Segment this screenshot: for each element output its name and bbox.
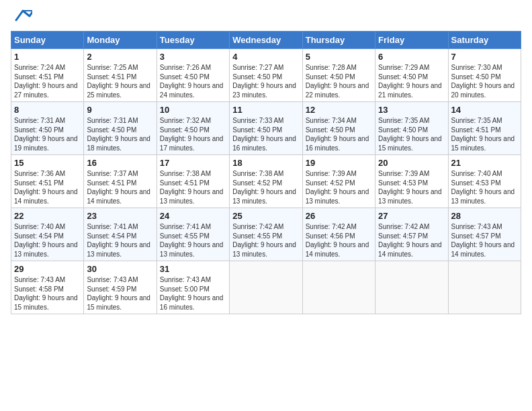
day-header-saturday: Saturday (448, 32, 521, 49)
logo-icon (13, 8, 32, 23)
day-info: Sunrise: 7:42 AMSunset: 4:57 PMDaylight:… (378, 222, 445, 259)
calendar-cell: 23Sunrise: 7:41 AMSunset: 4:54 PMDayligh… (84, 208, 157, 261)
day-info: Sunrise: 7:39 AMSunset: 4:52 PMDaylight:… (306, 169, 372, 205)
calendar-cell: 27Sunrise: 7:42 AMSunset: 4:57 PMDayligh… (375, 208, 448, 261)
day-number: 14 (451, 105, 518, 115)
calendar-cell: 19Sunrise: 7:39 AMSunset: 4:52 PMDayligh… (302, 155, 375, 208)
calendar-week-row: 29Sunrise: 7:43 AMSunset: 4:58 PMDayligh… (11, 261, 521, 314)
logo (11, 11, 32, 23)
calendar-cell: 16Sunrise: 7:37 AMSunset: 4:51 PMDayligh… (84, 155, 157, 208)
calendar-cell: 24Sunrise: 7:41 AMSunset: 4:55 PMDayligh… (157, 208, 229, 261)
calendar-week-row: 1Sunrise: 7:24 AMSunset: 4:51 PMDaylight… (11, 49, 521, 102)
calendar-cell: 13Sunrise: 7:35 AMSunset: 4:50 PMDayligh… (375, 102, 448, 155)
day-number: 2 (87, 52, 153, 62)
day-number: 4 (232, 52, 299, 62)
day-number: 1 (14, 52, 81, 62)
day-info: Sunrise: 7:38 AMSunset: 4:51 PMDaylight:… (160, 169, 226, 205)
day-number: 3 (160, 52, 226, 62)
day-number: 11 (232, 105, 299, 115)
day-number: 16 (87, 158, 153, 168)
calendar-cell: 30Sunrise: 7:43 AMSunset: 4:59 PMDayligh… (84, 261, 157, 314)
calendar-cell: 17Sunrise: 7:38 AMSunset: 4:51 PMDayligh… (157, 155, 229, 208)
day-info: Sunrise: 7:33 AMSunset: 4:50 PMDaylight:… (232, 116, 299, 152)
day-number: 12 (306, 105, 372, 115)
day-header-sunday: Sunday (11, 32, 84, 49)
day-info: Sunrise: 7:29 AMSunset: 4:50 PMDaylight:… (378, 63, 445, 99)
calendar-cell: 26Sunrise: 7:42 AMSunset: 4:56 PMDayligh… (302, 208, 375, 261)
calendar-cell: 21Sunrise: 7:40 AMSunset: 4:53 PMDayligh… (448, 155, 521, 208)
calendar-cell (375, 261, 448, 314)
day-number: 13 (378, 105, 445, 115)
calendar-cell: 8Sunrise: 7:31 AMSunset: 4:50 PMDaylight… (11, 102, 84, 155)
day-header-wednesday: Wednesday (230, 32, 302, 49)
day-header-friday: Friday (375, 32, 448, 49)
day-number: 22 (14, 211, 81, 221)
day-number: 8 (14, 105, 81, 115)
day-info: Sunrise: 7:35 AMSunset: 4:51 PMDaylight:… (451, 116, 518, 152)
calendar-week-row: 15Sunrise: 7:36 AMSunset: 4:51 PMDayligh… (11, 155, 521, 208)
day-info: Sunrise: 7:40 AMSunset: 4:54 PMDaylight:… (14, 222, 81, 259)
calendar-cell: 22Sunrise: 7:40 AMSunset: 4:54 PMDayligh… (11, 208, 84, 261)
calendar-cell: 7Sunrise: 7:30 AMSunset: 4:50 PMDaylight… (448, 49, 521, 102)
day-number: 19 (306, 158, 372, 168)
calendar-cell: 1Sunrise: 7:24 AMSunset: 4:51 PMDaylight… (11, 49, 84, 102)
day-number: 24 (160, 211, 226, 221)
day-number: 27 (378, 211, 445, 221)
calendar-cell: 2Sunrise: 7:25 AMSunset: 4:51 PMDaylight… (84, 49, 157, 102)
day-info: Sunrise: 7:27 AMSunset: 4:50 PMDaylight:… (232, 63, 299, 99)
day-number: 23 (87, 211, 153, 221)
day-number: 31 (160, 264, 226, 274)
day-number: 10 (160, 105, 226, 115)
day-info: Sunrise: 7:38 AMSunset: 4:52 PMDaylight:… (232, 169, 299, 205)
day-number: 18 (232, 158, 299, 168)
day-info: Sunrise: 7:35 AMSunset: 4:50 PMDaylight:… (378, 116, 445, 152)
day-number: 25 (232, 211, 299, 221)
day-header-tuesday: Tuesday (157, 32, 229, 49)
page-container: SundayMondayTuesdayWednesdayThursdayFrid… (0, 0, 532, 320)
day-info: Sunrise: 7:39 AMSunset: 4:53 PMDaylight:… (378, 169, 445, 205)
calendar-cell: 29Sunrise: 7:43 AMSunset: 4:58 PMDayligh… (11, 261, 84, 314)
day-number: 6 (378, 52, 445, 62)
day-number: 26 (306, 211, 372, 221)
calendar-cell: 31Sunrise: 7:43 AMSunset: 5:00 PMDayligh… (157, 261, 229, 314)
calendar-cell: 9Sunrise: 7:31 AMSunset: 4:50 PMDaylight… (84, 102, 157, 155)
calendar-cell (448, 261, 521, 314)
day-info: Sunrise: 7:30 AMSunset: 4:50 PMDaylight:… (451, 63, 518, 99)
header (11, 11, 521, 23)
day-info: Sunrise: 7:41 AMSunset: 4:54 PMDaylight:… (87, 222, 153, 259)
calendar-cell: 12Sunrise: 7:34 AMSunset: 4:50 PMDayligh… (302, 102, 375, 155)
calendar-cell: 14Sunrise: 7:35 AMSunset: 4:51 PMDayligh… (448, 102, 521, 155)
day-number: 9 (87, 105, 153, 115)
day-info: Sunrise: 7:37 AMSunset: 4:51 PMDaylight:… (87, 169, 153, 205)
day-number: 29 (14, 264, 81, 274)
day-header-monday: Monday (84, 32, 157, 49)
calendar-cell: 11Sunrise: 7:33 AMSunset: 4:50 PMDayligh… (230, 102, 302, 155)
calendar-cell: 15Sunrise: 7:36 AMSunset: 4:51 PMDayligh… (11, 155, 84, 208)
day-number: 28 (451, 211, 518, 221)
day-info: Sunrise: 7:43 AMSunset: 4:57 PMDaylight:… (451, 222, 518, 259)
day-header-thursday: Thursday (302, 32, 375, 49)
calendar-cell (302, 261, 375, 314)
day-info: Sunrise: 7:25 AMSunset: 4:51 PMDaylight:… (87, 63, 153, 99)
day-info: Sunrise: 7:42 AMSunset: 4:56 PMDaylight:… (306, 222, 372, 259)
day-number: 30 (87, 264, 153, 274)
calendar-cell: 4Sunrise: 7:27 AMSunset: 4:50 PMDaylight… (230, 49, 302, 102)
calendar-week-row: 8Sunrise: 7:31 AMSunset: 4:50 PMDaylight… (11, 102, 521, 155)
calendar-cell: 10Sunrise: 7:32 AMSunset: 4:50 PMDayligh… (157, 102, 229, 155)
day-info: Sunrise: 7:41 AMSunset: 4:55 PMDaylight:… (160, 222, 226, 259)
calendar-week-row: 22Sunrise: 7:40 AMSunset: 4:54 PMDayligh… (11, 208, 521, 261)
day-number: 5 (306, 52, 372, 62)
calendar-cell: 25Sunrise: 7:42 AMSunset: 4:55 PMDayligh… (230, 208, 302, 261)
day-info: Sunrise: 7:36 AMSunset: 4:51 PMDaylight:… (14, 169, 81, 205)
day-number: 20 (378, 158, 445, 168)
calendar-cell: 20Sunrise: 7:39 AMSunset: 4:53 PMDayligh… (375, 155, 448, 208)
day-info: Sunrise: 7:40 AMSunset: 4:53 PMDaylight:… (451, 169, 518, 205)
day-info: Sunrise: 7:32 AMSunset: 4:50 PMDaylight:… (160, 116, 226, 152)
day-info: Sunrise: 7:42 AMSunset: 4:55 PMDaylight:… (232, 222, 299, 259)
day-number: 15 (14, 158, 81, 168)
day-info: Sunrise: 7:31 AMSunset: 4:50 PMDaylight:… (87, 116, 153, 152)
day-info: Sunrise: 7:28 AMSunset: 4:50 PMDaylight:… (306, 63, 372, 99)
day-number: 7 (451, 52, 518, 62)
day-info: Sunrise: 7:34 AMSunset: 4:50 PMDaylight:… (306, 116, 372, 152)
day-info: Sunrise: 7:24 AMSunset: 4:51 PMDaylight:… (14, 63, 81, 99)
